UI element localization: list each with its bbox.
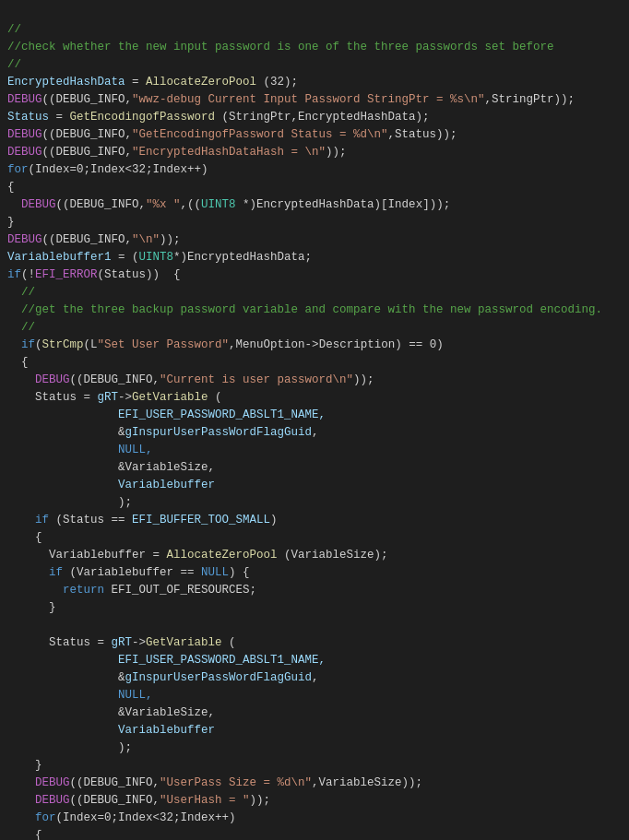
- code-content: DEBUG((DEBUG_INFO,"UserHash = "));: [7, 792, 270, 810]
- code-line: if (Status == EFI_BUFFER_TOO_SMALL): [0, 512, 629, 529]
- token: =: [49, 111, 70, 124]
- token: ((DEBUG_INFO,: [70, 373, 160, 386]
- token: {: [7, 181, 15, 194]
- token: [7, 811, 35, 824]
- code-content: EFI_USER_PASSWORD_ABSLT1_NAME,: [7, 652, 326, 669]
- code-content: &gInspurUserPassWordFlagGuid,: [7, 424, 319, 442]
- token: (Index=0;Index<32;Index++): [29, 163, 208, 176]
- token: DEBUG: [7, 794, 70, 807]
- code-content: {: [7, 354, 29, 372]
- code-line: DEBUG((DEBUG_INFO,"Current is user passw…: [0, 372, 629, 389]
- token: gRT: [98, 391, 119, 404]
- token: [7, 566, 49, 579]
- token: );: [7, 741, 132, 754]
- code-line: //: [0, 284, 629, 302]
- token: (Variablebuffer ==: [63, 566, 201, 579]
- code-line: {: [0, 827, 629, 840]
- token: &: [7, 426, 125, 439]
- token: //get the three backup password variable…: [7, 303, 602, 316]
- token: &VariableSize,: [7, 461, 215, 474]
- token: *)EncryptedHashData)[Index]));: [236, 198, 451, 211]
- code-line: &gInspurUserPassWordFlagGuid,: [0, 669, 629, 687]
- code-line: if (Variablebuffer == NULL) {: [0, 564, 629, 582]
- code-content: Variablebuffer: [7, 477, 215, 494]
- token: "UserHash = ": [160, 794, 250, 807]
- code-content: DEBUG((DEBUG_INFO,"GetEncodingofPassword…: [7, 126, 457, 144]
- token: "Set User Password": [98, 338, 230, 351]
- token: ));: [353, 373, 374, 386]
- token: EncryptedHashData: [7, 76, 125, 89]
- code-content: //get the three backup password variable…: [7, 302, 602, 319]
- token: (: [35, 338, 42, 351]
- token: Variablebuffer: [7, 724, 215, 737]
- token: }: [7, 216, 15, 229]
- token: if: [49, 566, 63, 579]
- code-line: Status = GetEncodingofPassword (StringPt…: [0, 109, 629, 126]
- token: [7, 514, 35, 526]
- token: Variablebuffer =: [7, 549, 167, 562]
- token: ,((: [181, 198, 202, 211]
- token: EFI_ERROR: [35, 268, 98, 281]
- code-content: if (Status == EFI_BUFFER_TOO_SMALL): [7, 512, 278, 529]
- token: return: [63, 584, 104, 597]
- token: NULL,: [7, 689, 153, 702]
- token: EFI_USER_PASSWORD_ABSLT1_NAME,: [7, 654, 326, 667]
- code-content: if (Variablebuffer == NULL) {: [7, 564, 250, 582]
- token: DEBUG: [7, 128, 42, 141]
- code-line: }: [0, 214, 629, 231]
- token: if: [7, 268, 21, 281]
- token: [7, 584, 63, 597]
- token: ((DEBUG_INFO,: [56, 198, 147, 211]
- token: "Current is user password\n": [160, 373, 353, 386]
- token: DEBUG: [7, 373, 70, 386]
- token: UINT8: [139, 251, 174, 264]
- token: for: [35, 811, 56, 824]
- code-content: if(!EFI_ERROR(Status)) {: [7, 266, 181, 284]
- token: ->: [132, 636, 146, 649]
- token: ((DEBUG_INFO,: [70, 776, 160, 789]
- token: (DEBUG_INFO,: [49, 146, 132, 159]
- token: Status =: [7, 636, 112, 649]
- token: //: [7, 286, 35, 299]
- code-line: return EFI_OUT_OF_RESOURCES;: [0, 582, 629, 599]
- token: (L: [84, 338, 98, 351]
- token: (StringPtr,EncryptedHashData);: [215, 111, 430, 124]
- code-content: }: [7, 757, 42, 775]
- code-line: [0, 617, 629, 634]
- token: (DEBUG_INFO,: [49, 128, 132, 141]
- token: ,Status));: [388, 128, 457, 141]
- token: //check whether the new input password i…: [7, 41, 554, 53]
- token: ,MenuOption->Description) == 0): [229, 338, 444, 351]
- code-line: &VariableSize,: [0, 704, 629, 722]
- token: (: [42, 146, 50, 159]
- code-content: DEBUG((DEBUG_INFO,"Current is user passw…: [7, 372, 374, 389]
- token: //: [7, 23, 21, 36]
- token: //: [7, 58, 21, 71]
- token: EFI_OUT_OF_RESOURCES;: [104, 584, 256, 597]
- code-content: Variablebuffer: [7, 722, 215, 739]
- token: *)EncryptedHashData;: [173, 251, 312, 264]
- token: if: [35, 514, 49, 526]
- token: ((DEBUG_INFO,: [70, 794, 160, 807]
- code-editor: ////check whether the new input password…: [0, 0, 629, 840]
- code-line: Variablebuffer = AllocateZeroPool (Varia…: [0, 547, 629, 564]
- token: {: [7, 531, 42, 544]
- token: gInspurUserPassWordFlagGuid: [125, 426, 313, 439]
- code-content: Status = gRT->GetVariable (: [7, 389, 222, 407]
- token: (: [42, 128, 50, 141]
- code-content: NULL,: [7, 687, 153, 704]
- code-line: DEBUG((DEBUG_INFO,"UserPass Size = %d\n"…: [0, 775, 629, 792]
- token: (!: [21, 268, 35, 281]
- token: {: [7, 356, 29, 369]
- token: EFI_BUFFER_TOO_SMALL: [132, 514, 270, 526]
- code-content: DEBUG((DEBUG_INFO,"%x ",((UINT8 *)Encryp…: [7, 196, 450, 214]
- code-line: if(StrCmp(L"Set User Password",MenuOptio…: [0, 337, 629, 354]
- code-line: NULL,: [0, 687, 629, 704]
- token: (: [208, 391, 222, 404]
- token: DEBUG: [7, 93, 42, 106]
- code-line: &VariableSize,: [0, 459, 629, 477]
- token: (Index=0;Index<32;Index++): [56, 811, 236, 824]
- code-line: NULL,: [0, 442, 629, 459]
- token: }: [7, 759, 42, 772]
- token: GetVariable: [132, 391, 208, 404]
